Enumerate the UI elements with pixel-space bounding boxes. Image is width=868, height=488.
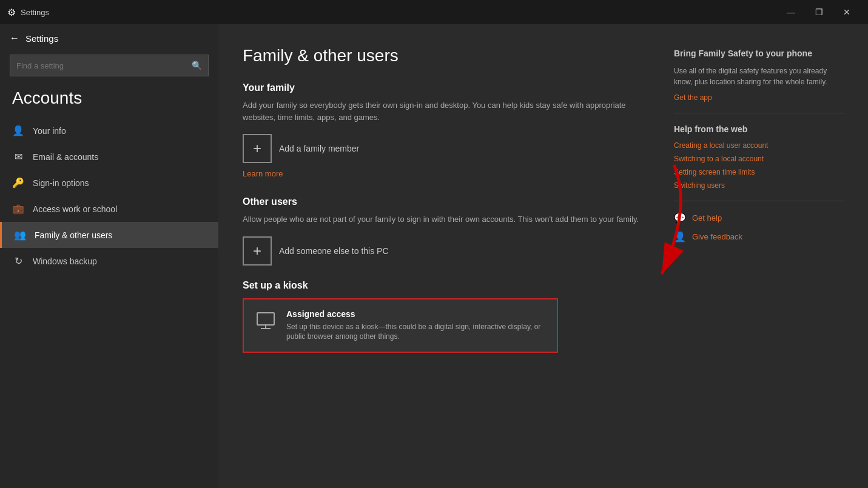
bring-family-safety-heading: Bring Family Safety to your phone [674,48,844,58]
your-info-icon: 👤 [12,125,24,136]
help-link-2[interactable]: Setting screen time limits [674,168,844,176]
email-icon: ✉ [12,151,24,162]
close-button[interactable]: ✕ [833,2,861,22]
sidebar: ← Settings 🔍 Accounts 👤 Your info ✉ Emai… [0,24,218,488]
sidebar-item-label: Email & accounts [33,152,98,162]
sidebar-item-label: Windows backup [33,256,97,266]
your-family-desc: Add your family so everybody gets their … [243,99,650,123]
add-family-icon-box: + [243,134,272,163]
backup-icon: ↻ [12,255,24,267]
main-content: Family & other users Your family Add you… [218,24,868,488]
back-arrow-icon: ← [10,33,19,44]
back-label: Settings [25,33,58,44]
sidebar-item-sign-in-options[interactable]: 🔑 Sign-in options [0,170,218,196]
plus-icon: + [253,140,261,157]
content-area: Family & other users Your family Add you… [243,46,650,464]
give-feedback-label: Give feedback [692,232,742,241]
other-users-heading: Other users [243,196,650,207]
search-input[interactable] [16,61,192,70]
back-button[interactable]: ← Settings [0,24,218,52]
add-family-label: Add a family member [279,144,359,153]
right-divider-2 [674,201,844,201]
sign-in-icon: 🔑 [12,177,24,189]
assigned-access-desc: Set up this device as a kiosk—this could… [286,322,546,343]
learn-more-link[interactable]: Learn more [243,169,283,178]
give-feedback-button[interactable]: 👤 Give feedback [674,231,844,242]
sidebar-item-label: Family & other users [35,230,112,240]
assigned-access-button[interactable]: Assigned access Set up this device as a … [243,298,558,353]
add-family-member-button[interactable]: + Add a family member [243,134,650,163]
page-title: Family & other users [243,46,650,65]
sidebar-item-your-info[interactable]: 👤 Your info [0,118,218,144]
right-panel: Bring Family Safety to your phone Use al… [674,46,844,464]
kiosk-section: Set up a kiosk [243,280,650,353]
kiosk-icon [255,310,277,336]
titlebar: ⚙ Settings — ❐ ✕ [0,0,868,24]
plus-icon: + [253,242,261,259]
search-box[interactable]: 🔍 [10,55,209,76]
get-help-button[interactable]: 💬 Get help [674,212,844,224]
sidebar-item-label: Access work or school [33,204,117,214]
sidebar-item-label: Sign-in options [33,178,89,188]
get-help-label: Get help [692,213,722,222]
help-link-1[interactable]: Switching to a local account [674,155,844,163]
family-icon: 👥 [14,229,26,241]
give-feedback-icon: 👤 [674,231,686,242]
other-users-desc: Allow people who are not part of your fa… [243,213,650,226]
work-icon: 💼 [12,203,24,215]
settings-icon: ⚙ [7,7,16,18]
right-divider [674,113,844,113]
add-user-label: Add someone else to this PC [279,246,389,256]
get-app-link[interactable]: Get the app [674,93,844,102]
app-body: ← Settings 🔍 Accounts 👤 Your info ✉ Emai… [0,24,868,488]
search-icon: 🔍 [192,61,202,70]
assigned-access-title: Assigned access [286,309,546,319]
help-link-0[interactable]: Creating a local user account [674,141,844,150]
assigned-access-text: Assigned access Set up this device as a … [286,309,546,343]
help-from-web-heading: Help from the web [674,124,844,134]
titlebar-title: Settings [21,8,49,17]
window-controls: — ❐ ✕ [777,2,861,22]
kiosk-heading: Set up a kiosk [243,280,650,291]
your-family-heading: Your family [243,82,650,93]
svg-rect-1 [257,313,274,325]
sidebar-item-email-accounts[interactable]: ✉ Email & accounts [0,144,218,170]
add-other-user-button[interactable]: + Add someone else to this PC [243,236,650,266]
bring-family-safety-desc: Use all of the digital safety features y… [674,65,844,87]
sidebar-item-windows-backup[interactable]: ↻ Windows backup [0,248,218,274]
sidebar-item-family-other-users[interactable]: 👥 Family & other users [0,222,218,248]
add-user-icon-box: + [243,236,272,266]
minimize-button[interactable]: — [777,2,805,22]
maximize-button[interactable]: ❐ [805,2,833,22]
sidebar-item-access-work-school[interactable]: 💼 Access work or school [0,196,218,222]
get-help-icon: 💬 [674,212,686,224]
sidebar-item-label: Your info [33,126,66,136]
help-link-3[interactable]: Switching users [674,181,844,190]
sidebar-section-title: Accounts [0,84,218,118]
